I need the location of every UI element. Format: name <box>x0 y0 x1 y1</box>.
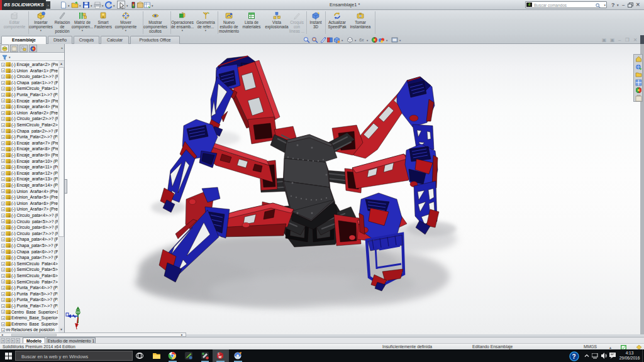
svg-text:?: ? <box>572 353 576 359</box>
svg-text:6x: 6x <box>359 38 364 42</box>
svg-text:S: S <box>218 353 219 356</box>
